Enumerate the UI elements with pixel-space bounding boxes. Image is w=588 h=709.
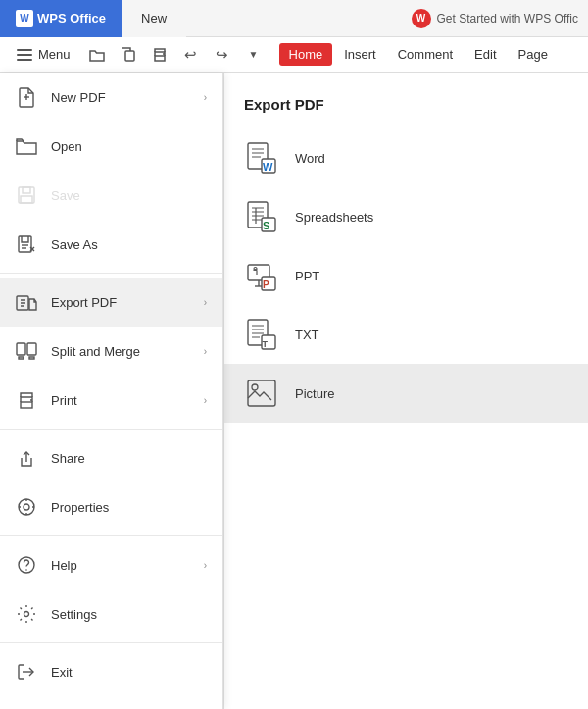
new-pdf-arrow: › (204, 92, 207, 103)
open-label: Open (51, 139, 207, 154)
left-menu: New PDF › Open Save (0, 73, 223, 709)
separator-2 (0, 429, 222, 430)
menu-item-new-pdf[interactable]: New PDF › (0, 73, 222, 122)
menu-item-save[interactable]: Save (0, 171, 222, 220)
svg-point-41 (252, 384, 258, 390)
separator-4 (0, 642, 222, 643)
menu-item-help[interactable]: Help › (0, 540, 222, 589)
submenu-item-txt[interactable]: T TXT (224, 305, 588, 364)
ppt-label: PPT (295, 269, 319, 283)
svg-rect-10 (17, 343, 25, 355)
txt-label: TXT (295, 328, 319, 342)
save-as-label: Save As (51, 237, 207, 252)
word-icon: W (244, 140, 279, 176)
menu-button[interactable]: Menu (8, 42, 79, 67)
redo-button[interactable]: ↪ (209, 41, 236, 69)
print-button[interactable] (146, 41, 173, 69)
get-started-label: Get Started with WPS Offic (437, 12, 579, 25)
menu-item-split-merge[interactable]: Split and Merge › (0, 327, 222, 376)
svg-rect-7 (21, 196, 32, 203)
svg-rect-11 (27, 343, 36, 355)
nav-tabs: Home Insert Comment Edit Page (279, 43, 558, 66)
hamburger-icon (17, 49, 32, 61)
svg-rect-8 (19, 236, 31, 252)
right-submenu: Export PDF W Word S (223, 73, 588, 709)
print-arrow: › (204, 395, 207, 406)
svg-point-21 (25, 569, 27, 571)
export-pdf-icon (16, 291, 37, 313)
svg-point-2 (163, 53, 165, 55)
dropdown-button[interactable]: ▼ (240, 41, 268, 69)
split-merge-label: Split and Merge (51, 344, 190, 359)
save-icon (16, 184, 37, 206)
new-pdf-icon (16, 86, 37, 108)
menu-item-settings[interactable]: Settings (0, 589, 222, 638)
picture-label: Picture (295, 386, 334, 401)
tab-edit[interactable]: Edit (465, 43, 506, 66)
folder-open-button[interactable] (83, 41, 111, 69)
tab-home[interactable]: Home (279, 43, 333, 66)
separator-1 (0, 273, 222, 274)
spreadsheets-icon: S (244, 199, 279, 234)
svg-point-22 (24, 612, 29, 617)
menu-item-exit[interactable]: Exit (0, 647, 222, 696)
save-label: Save (51, 188, 207, 203)
settings-label: Settings (51, 607, 207, 622)
svg-rect-0 (125, 51, 134, 61)
svg-rect-14 (19, 499, 34, 515)
word-label: Word (295, 151, 325, 166)
menu-item-print[interactable]: Print › (0, 376, 222, 425)
svg-text:W: W (263, 161, 273, 173)
txt-icon: T (244, 317, 279, 352)
submenu-title: Export PDF (224, 88, 588, 128)
open-icon (16, 135, 37, 157)
help-arrow: › (204, 560, 207, 571)
svg-text:S: S (263, 220, 270, 231)
menu-item-save-as[interactable]: Save As (0, 220, 222, 269)
svg-text:T: T (263, 339, 269, 349)
tab-comment[interactable]: Comment (388, 43, 463, 66)
menu-item-open[interactable]: Open (0, 122, 222, 171)
help-icon (16, 554, 37, 576)
export-pdf-arrow: › (204, 297, 207, 308)
title-right: W Get Started with WPS Offic (412, 9, 589, 28)
content-area: New PDF › Open Save (0, 73, 588, 709)
svg-rect-1 (155, 56, 165, 61)
submenu-item-spreadsheets[interactable]: S Spreadsheets (224, 187, 588, 246)
settings-icon (16, 603, 37, 625)
svg-point-13 (30, 399, 32, 401)
ppt-icon: P (244, 258, 279, 293)
tab-insert[interactable]: Insert (334, 43, 386, 66)
menu-label: Menu (38, 47, 71, 62)
svg-rect-12 (21, 402, 32, 408)
print-label: Print (51, 393, 190, 408)
spreadsheets-label: Spreadsheets (295, 210, 373, 225)
export-pdf-label: Export PDF (51, 295, 190, 310)
wps-badge-icon: W (412, 9, 431, 28)
exit-icon (16, 661, 37, 683)
wps-logo-icon: W (16, 10, 33, 27)
separator-3 (0, 535, 222, 536)
tab-page[interactable]: Page (509, 43, 558, 66)
svg-point-15 (24, 504, 29, 510)
properties-icon (16, 496, 37, 518)
submenu-item-word[interactable]: W Word (224, 128, 588, 187)
share-label: Share (51, 451, 207, 466)
split-merge-icon (16, 340, 37, 362)
new-pdf-label: New PDF (51, 90, 190, 105)
undo-button[interactable]: ↩ (177, 41, 205, 69)
print-icon (16, 389, 37, 411)
submenu-item-ppt[interactable]: P PPT (224, 246, 588, 305)
submenu-item-picture[interactable]: Picture (224, 364, 588, 423)
copy-button[interactable] (115, 41, 142, 69)
svg-rect-6 (23, 187, 30, 193)
new-tab[interactable]: New (122, 0, 186, 37)
share-icon (16, 447, 37, 469)
menu-item-export-pdf[interactable]: Export PDF › (0, 278, 222, 327)
exit-label: Exit (51, 665, 207, 680)
menu-item-properties[interactable]: Properties (0, 482, 222, 532)
picture-icon (244, 376, 279, 411)
wps-office-button[interactable]: W WPS Office (0, 0, 122, 37)
menu-item-share[interactable]: Share (0, 433, 222, 482)
title-bar: W WPS Office New W Get Started with WPS … (0, 0, 588, 37)
